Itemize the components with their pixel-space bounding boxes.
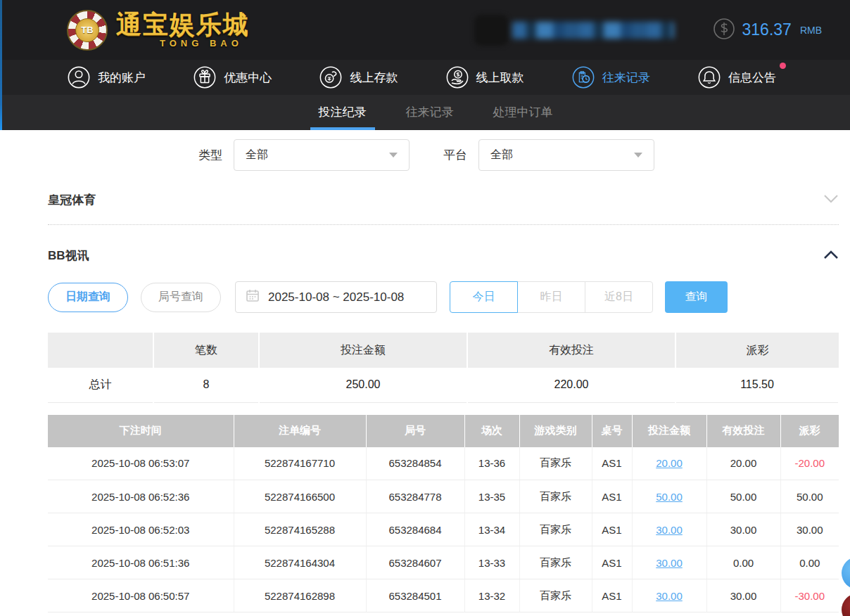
bet-amount-link[interactable]: 30.00: [632, 546, 706, 579]
floating-service-button-red[interactable]: [842, 593, 850, 616]
summary-valid-bet: 220.00: [467, 368, 675, 402]
round-no-cell: 653284684: [366, 513, 464, 546]
header-game-type: 游戏类别: [519, 415, 592, 447]
order-no-cell: 522874162898: [234, 579, 366, 612]
gift-icon: [193, 65, 217, 89]
date-range-value: 2025-10-08 ~ 2025-10-08: [268, 290, 404, 304]
nav-online-withdraw[interactable]: 线上取款: [445, 65, 524, 89]
round-no-cell: 653284778: [366, 480, 464, 513]
table-row: 2025-10-08 06:52:03 522874165288 6532846…: [48, 513, 839, 546]
record-tabs: 投注纪录 往来记录 处理中订单: [0, 95, 850, 130]
quick-date-group: 今日 昨日 近8日: [450, 281, 653, 313]
today-button[interactable]: 今日: [450, 281, 518, 313]
date-range-input[interactable]: 2025-10-08 ~ 2025-10-08: [235, 281, 437, 313]
bet-amount-link[interactable]: 50.00: [632, 480, 706, 513]
type-select[interactable]: 全部: [234, 139, 410, 171]
table-no-cell: AS1: [592, 546, 632, 579]
type-select-value: 全部: [246, 148, 268, 162]
nav-online-deposit[interactable]: 线上存款: [319, 65, 398, 89]
bet-time-cell: 2025-10-08 06:53:07: [48, 447, 234, 480]
username-redacted[interactable]: [474, 15, 674, 46]
valid-bet-cell: 30.00: [706, 513, 780, 546]
chevron-down-icon: [634, 153, 642, 158]
section-title: BB视讯: [48, 248, 89, 264]
game-type-cell: 百家乐: [519, 513, 592, 546]
balance-currency: RMB: [800, 25, 822, 36]
session-cell: 13-36: [464, 447, 519, 480]
content-area: 类型 全部 平台 全部 皇冠体育 BB视讯: [48, 139, 839, 612]
coin-deposit-icon: [319, 65, 343, 89]
table-row: 2025-10-08 06:50:57 522874162898 6532845…: [48, 579, 839, 612]
round-no-cell: 653284501: [366, 579, 464, 612]
table-no-cell: AS1: [592, 447, 632, 480]
betting-records-page: TB 通宝娱乐城 TONG BAO 316.37 RMB: [0, 0, 850, 616]
platform-select-value: 全部: [490, 148, 513, 162]
floating-service-button-blue[interactable]: [842, 557, 850, 589]
section-crown-sports[interactable]: 皇冠体育: [48, 192, 839, 208]
summary-header-count: 笔数: [153, 333, 259, 368]
search-button[interactable]: 查询: [665, 281, 728, 313]
brand-logo[interactable]: TB 通宝娱乐城 TONG BAO: [67, 10, 250, 51]
summary-total-row: 总计 8 250.00 220.00 115.50: [48, 368, 839, 402]
section-bb-video[interactable]: BB视讯: [48, 248, 839, 264]
bet-amount-link[interactable]: 30.00: [632, 513, 706, 546]
bet-amount-link[interactable]: 30.00: [632, 579, 706, 612]
valid-bet-cell: 20.00: [706, 447, 780, 480]
bell-icon: [697, 65, 721, 89]
nav-label: 线上取款: [476, 70, 524, 86]
wallet-balance[interactable]: 316.37 RMB: [713, 18, 822, 43]
nav-my-account[interactable]: 我的账户: [67, 65, 146, 89]
game-type-cell: 百家乐: [519, 579, 592, 612]
bet-records-table: 下注时间 注单编号 局号 场次 游戏类别 桌号 投注金额 有效投注 派彩 202…: [48, 415, 839, 613]
bet-table-header-row: 下注时间 注单编号 局号 场次 游戏类别 桌号 投注金额 有效投注 派彩: [48, 415, 839, 447]
left-edge-accent: [0, 0, 2, 130]
payout-cell: -30.00: [780, 579, 839, 612]
brand-name-cn: 通宝娱乐城: [116, 12, 250, 37]
summary-total-label: 总计: [48, 368, 153, 402]
tab-pending-orders[interactable]: 处理中订单: [490, 95, 556, 130]
chevron-up-icon[interactable]: [823, 250, 839, 262]
bet-amount-link[interactable]: 20.00: [632, 447, 706, 480]
summary-header-payout: 派彩: [675, 333, 839, 368]
valid-bet-cell: 50.00: [706, 480, 780, 513]
platform-select[interactable]: 全部: [478, 139, 654, 171]
username-blur: [512, 22, 674, 39]
payout-cell: 0.00: [780, 546, 839, 579]
nav-announcements[interactable]: 信息公告: [697, 65, 776, 89]
summary-bet-amount: 250.00: [259, 368, 467, 402]
order-no-cell: 522874167710: [234, 447, 366, 480]
main-nav: 我的账户 优惠中心 线上存款: [0, 60, 850, 95]
date-query-toggle[interactable]: 日期查询: [48, 283, 128, 312]
round-query-toggle[interactable]: 局号查询: [141, 283, 221, 312]
yesterday-button[interactable]: 昨日: [517, 281, 585, 313]
summary-payout: 115.50: [675, 368, 839, 402]
payout-cell: 50.00: [780, 480, 839, 513]
calendar-icon: [246, 288, 260, 306]
summary-table: 笔数 投注金额 有效投注 派彩 总计 8 250.00 220.00 115.5…: [48, 333, 839, 403]
bet-time-cell: 2025-10-08 06:52:36: [48, 480, 234, 513]
type-label: 类型: [198, 147, 222, 163]
game-type-cell: 百家乐: [519, 480, 592, 513]
chevron-down-icon[interactable]: [823, 194, 839, 207]
table-no-cell: AS1: [592, 579, 632, 612]
table-row: 2025-10-08 06:51:36 522874164304 6532846…: [48, 546, 839, 579]
header-session: 场次: [464, 415, 519, 447]
header-payout: 派彩: [780, 415, 839, 447]
section-divider: [48, 224, 839, 225]
session-cell: 13-34: [464, 513, 519, 546]
nav-transaction-records[interactable]: 往来记录: [571, 65, 650, 89]
nav-promo-center[interactable]: 优惠中心: [193, 65, 272, 89]
last-8-days-button[interactable]: 近8日: [585, 281, 653, 313]
brand-name-en: TONG BAO: [160, 39, 250, 48]
tab-bet-records[interactable]: 投注纪录: [316, 95, 369, 130]
nav-label: 信息公告: [728, 70, 776, 86]
round-no-cell: 653284854: [366, 447, 464, 480]
header-valid-bet: 有效投注: [706, 415, 780, 447]
header-bet-amount: 投注金额: [632, 415, 706, 447]
summary-count: 8: [153, 368, 259, 402]
dollar-coin-icon: [713, 18, 735, 43]
summary-header-valid-bet: 有效投注: [467, 333, 675, 368]
query-toolbar: 日期查询 局号查询 2025-10-08 ~ 2025-10-08 今日 昨日 …: [48, 281, 839, 313]
table-no-cell: AS1: [592, 513, 632, 546]
tab-transaction-records[interactable]: 往来记录: [403, 95, 457, 130]
